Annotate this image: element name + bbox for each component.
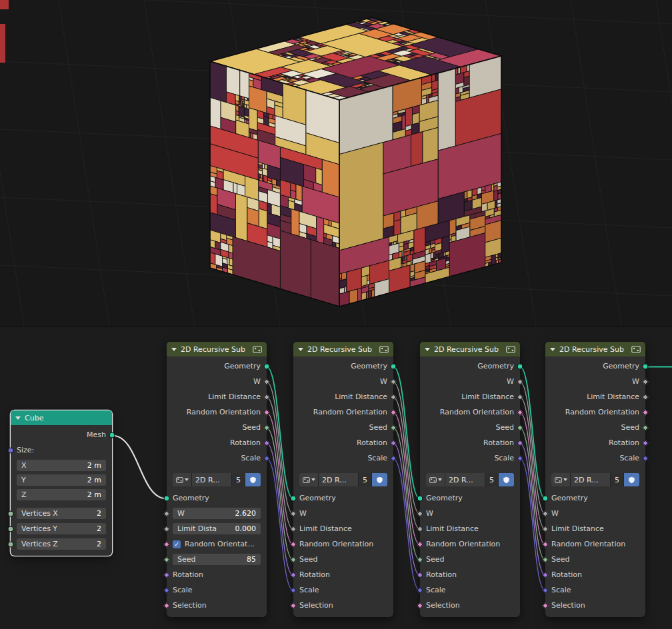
random-orientation-input-socket[interactable] — [542, 541, 549, 548]
scale-input-socket[interactable] — [417, 587, 423, 594]
limit-distance-output-socket[interactable] — [517, 394, 523, 400]
seed-input-socket[interactable] — [417, 556, 423, 563]
geometry-output-socket[interactable] — [643, 363, 649, 369]
vertices-y-input-socket[interactable] — [8, 526, 14, 532]
vertices-x-field[interactable]: Vertices X2 — [17, 508, 106, 519]
scale-output-socket[interactable] — [517, 455, 523, 462]
w-output-socket[interactable] — [390, 378, 397, 385]
random-orientation-output-socket[interactable] — [642, 409, 649, 416]
node-2d-recursive-subdivide[interactable]: 2D Recursive SubGeometryWLimit DistanceR… — [293, 342, 393, 617]
group-user-count[interactable]: 5 — [359, 473, 371, 486]
rotation-output-socket[interactable] — [263, 440, 270, 446]
w-output-socket[interactable] — [517, 378, 523, 385]
w-output-socket[interactable] — [263, 378, 270, 385]
group-browse-dropdown[interactable] — [299, 473, 318, 486]
selection-input-socket[interactable] — [417, 602, 423, 609]
seed-output-socket[interactable] — [642, 424, 649, 431]
seed-output-socket[interactable] — [263, 424, 270, 431]
fake-user-toggle[interactable] — [624, 473, 639, 486]
node-header[interactable]: 2D Recursive Sub — [545, 342, 645, 356]
y-field[interactable]: Y2 m — [17, 474, 106, 486]
scale-input-socket[interactable] — [163, 587, 170, 594]
limit-dista-value-field[interactable]: Limit Dista0.000 — [173, 523, 261, 534]
random-orientat-input-socket[interactable] — [163, 541, 170, 548]
node-2d-recursive-subdivide[interactable]: 2D Recursive SubGeometryWLimit DistanceR… — [167, 342, 267, 617]
limit-distance-output-socket[interactable] — [263, 394, 270, 400]
node-header[interactable]: 2D Recursive Sub — [293, 342, 393, 356]
group-browse-dropdown[interactable] — [173, 473, 191, 486]
group-browse-dropdown[interactable] — [426, 473, 445, 486]
rotation-output-socket[interactable] — [642, 440, 649, 446]
vertices-x-input-socket[interactable] — [8, 510, 14, 516]
group-user-count[interactable]: 5 — [485, 473, 498, 486]
rotation-input-socket[interactable] — [290, 572, 297, 578]
scale-output-socket[interactable] — [390, 455, 397, 462]
rotation-output-socket[interactable] — [517, 440, 523, 446]
z-field[interactable]: Z2 m — [17, 489, 106, 500]
3d-viewport[interactable] — [0, 0, 672, 326]
rotation-output-socket[interactable] — [390, 440, 397, 446]
seed-output-socket[interactable] — [390, 424, 397, 431]
random-orientation-input-socket[interactable] — [417, 541, 423, 548]
random-orientation-output-socket[interactable] — [390, 409, 397, 416]
node-header[interactable]: Cube — [11, 410, 112, 425]
seed-input-socket[interactable] — [163, 556, 170, 563]
node-2d-recursive-subdivide[interactable]: 2D Recursive SubGeometryWLimit DistanceR… — [545, 342, 645, 617]
geometry-output-socket[interactable] — [517, 363, 523, 369]
group-name-field[interactable]: 2D R... — [571, 473, 610, 486]
scale-input-socket[interactable] — [542, 587, 549, 594]
node-header[interactable]: 2D Recursive Sub — [167, 342, 267, 356]
collapse-chevron-icon[interactable] — [15, 416, 21, 420]
limit-distance-input-socket[interactable] — [290, 526, 297, 532]
vertices-y-field[interactable]: Vertices Y2 — [17, 523, 106, 534]
selection-input-socket[interactable] — [542, 602, 549, 609]
w-input-socket[interactable] — [417, 510, 423, 517]
scale-input-socket[interactable] — [290, 587, 297, 594]
group-name-field[interactable]: 2D R... — [445, 473, 485, 486]
w-input-socket[interactable] — [163, 510, 170, 517]
node-2d-recursive-subdivide[interactable]: 2D Recursive SubGeometryWLimit DistanceR… — [420, 342, 520, 617]
vertices-z-field[interactable]: Vertices Z2 — [17, 538, 106, 550]
collapse-chevron-icon[interactable] — [298, 348, 303, 351]
w-input-socket[interactable] — [542, 510, 549, 517]
fake-user-toggle[interactable] — [499, 473, 514, 486]
rotation-input-socket[interactable] — [417, 572, 423, 578]
vertices-z-input-socket[interactable] — [8, 541, 14, 547]
random-orientation-output-socket[interactable] — [517, 409, 523, 416]
geometry-input-socket[interactable] — [291, 495, 297, 501]
geometry-input-socket[interactable] — [543, 495, 549, 501]
limit-distance-output-socket[interactable] — [642, 394, 649, 400]
collapse-chevron-icon[interactable] — [171, 348, 177, 351]
seed-value-field[interactable]: Seed85 — [173, 554, 261, 565]
seed-output-socket[interactable] — [517, 424, 523, 431]
geometry-output-socket[interactable] — [391, 363, 397, 369]
collapse-chevron-icon[interactable] — [550, 348, 555, 351]
limit-dista-input-socket[interactable] — [163, 526, 170, 532]
random-orientat-checkbox[interactable]: ✓ — [173, 540, 181, 548]
node-cube[interactable]: CubeMeshSize:X2 mY2 mZ2 mVertices X2Vert… — [11, 410, 112, 556]
rotation-input-socket[interactable] — [163, 572, 170, 578]
fake-user-toggle[interactable] — [245, 473, 261, 486]
limit-distance-input-socket[interactable] — [417, 526, 423, 532]
group-browse-dropdown[interactable] — [551, 473, 570, 486]
w-output-socket[interactable] — [642, 378, 649, 385]
limit-distance-input-socket[interactable] — [542, 526, 549, 532]
w-input-socket[interactable] — [290, 510, 297, 517]
group-name-field[interactable]: 2D R... — [319, 473, 358, 486]
seed-input-socket[interactable] — [542, 556, 549, 563]
group-user-count[interactable]: 5 — [611, 473, 623, 486]
x-field[interactable]: X2 m — [17, 460, 106, 471]
geometry-node-editor[interactable]: CubeMeshSize:X2 mY2 mZ2 mVertices X2Vert… — [0, 326, 672, 629]
mesh-output-socket[interactable] — [109, 432, 115, 438]
size-input-socket[interactable] — [8, 447, 14, 453]
limit-distance-output-socket[interactable] — [390, 394, 397, 400]
collapse-chevron-icon[interactable] — [425, 348, 430, 351]
scale-output-socket[interactable] — [263, 455, 270, 462]
geometry-input-socket[interactable] — [164, 495, 170, 501]
rotation-input-socket[interactable] — [542, 572, 549, 578]
w-value-field[interactable]: W2.620 — [173, 508, 261, 519]
geometry-output-socket[interactable] — [264, 363, 270, 369]
group-user-count[interactable]: 5 — [232, 473, 245, 486]
group-name-field[interactable]: 2D R... — [192, 473, 231, 486]
selection-input-socket[interactable] — [290, 602, 297, 609]
